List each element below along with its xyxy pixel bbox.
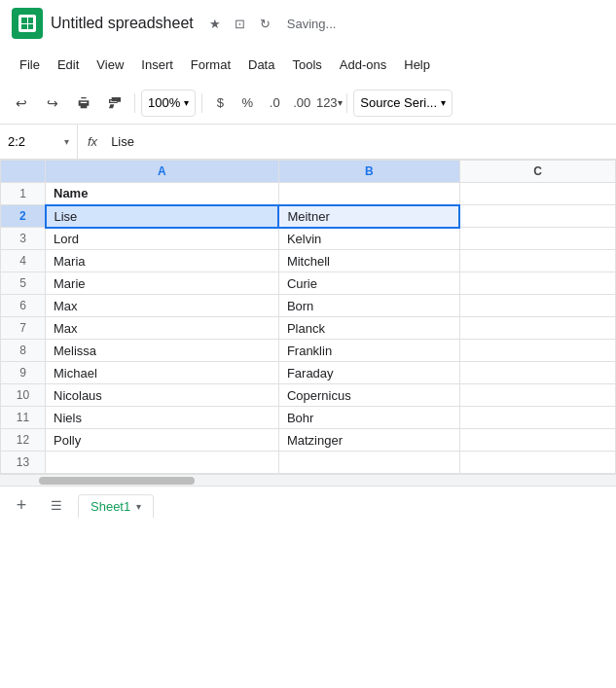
cell-b-4[interactable]: Mitchell [278,250,459,272]
cell-b-11[interactable]: Bohr [278,407,459,429]
cell-b-9[interactable]: Faraday [278,362,459,384]
font-name: Source Seri... [360,95,437,110]
document-title[interactable]: Untitled spreadsheet [51,15,194,32]
cell-a-10[interactable]: Nicolaus [46,384,279,407]
menu-insert[interactable]: Insert [133,54,181,76]
cell-b-7[interactable]: Planck [278,317,459,340]
cell-ref-box[interactable]: 2:2 ▾ [0,125,78,159]
menu-data[interactable]: Data [240,54,282,76]
menu-help[interactable]: Help [396,54,438,76]
cell-c-10[interactable] [459,384,615,407]
table-row: 4MariaMitchell [1,250,616,272]
cell-a-3[interactable]: Lord [46,228,279,250]
cell-b-5[interactable]: Curie [278,272,459,295]
undo-button[interactable]: ↩ [8,90,35,117]
cell-c-3[interactable] [459,228,615,250]
app-icon [12,8,43,39]
corner-cell [1,161,46,183]
cell-b-10[interactable]: Copernicus [278,384,459,407]
table-row: 9MichaelFaraday [1,362,616,384]
separator-3 [346,93,347,113]
refresh-icon[interactable]: ↻ [256,14,275,33]
scroll-thumb[interactable] [39,477,195,485]
table-row: 1Name [1,183,616,205]
cell-c-1[interactable] [459,183,615,205]
cell-b-2[interactable]: Meitner [278,205,459,228]
cell-c-12[interactable] [459,429,615,452]
cell-b-13[interactable] [278,452,459,474]
menu-tools[interactable]: Tools [284,54,329,76]
menu-edit[interactable]: Edit [50,54,87,76]
table-row: 6MaxBorn [1,295,616,317]
cell-a-4[interactable]: Maria [46,250,279,272]
row-number: 3 [1,228,46,250]
decimal00-button[interactable]: .00 [290,90,313,117]
percent-button[interactable]: % [236,90,259,117]
column-header-row: A B C [1,161,616,183]
cell-a-12[interactable]: Polly [46,429,279,452]
toolbar: ↩ ↪ 100% ▾ $ % .0 .00 123 ▾ Source Seri.… [0,82,616,125]
spreadsheet-container: A B C 1Name2LiseMeitner3LordKelvin4Maria… [0,160,616,486]
col-header-c[interactable]: C [459,161,615,183]
screen-icon[interactable]: ⊡ [231,14,250,33]
fx-label: fx [78,134,107,149]
table-row: 2LiseMeitner [1,205,616,228]
menu-addons[interactable]: Add-ons [332,54,394,76]
cell-a-8[interactable]: Melissa [46,340,279,362]
sheet1-tab[interactable]: Sheet1 ▾ [78,494,154,518]
horizontal-scrollbar[interactable] [0,474,616,486]
menu-format[interactable]: Format [183,54,238,76]
cell-a-2[interactable]: Lise [46,205,279,228]
cell-c-4[interactable] [459,250,615,272]
star-icon[interactable]: ★ [205,14,225,33]
cell-b-1[interactable] [278,183,459,205]
more-formats-button[interactable]: 123 ▾ [317,90,341,117]
cell-c-11[interactable] [459,407,615,429]
row-number: 9 [1,362,46,384]
bottom-bar: + ☰ Sheet1 ▾ [0,486,616,525]
cell-c-2[interactable] [459,205,615,228]
cell-c-13[interactable] [459,452,615,474]
cell-a-11[interactable]: Niels [46,407,279,429]
add-sheet-button[interactable]: + [8,492,35,520]
col-header-b[interactable]: B [278,161,459,183]
zoom-selector[interactable]: 100% ▾ [141,90,196,117]
cell-b-6[interactable]: Born [278,295,459,317]
menu-file[interactable]: File [12,54,48,76]
col-header-a[interactable]: A [46,161,279,183]
cell-a-1[interactable]: Name [46,183,279,205]
dollar-button[interactable]: $ [208,90,232,117]
cell-b-12[interactable]: Matzinger [278,429,459,452]
sheet-list-button[interactable]: ☰ [43,492,70,520]
paint-format-button[interactable] [101,90,128,117]
cell-c-8[interactable] [459,340,615,362]
font-arrow: ▾ [441,97,446,108]
sheet-grid[interactable]: A B C 1Name2LiseMeitner3LordKelvin4Maria… [0,160,616,474]
cell-a-13[interactable] [46,452,279,474]
zoom-arrow: ▾ [184,97,189,108]
cell-b-3[interactable]: Kelvin [278,228,459,250]
zoom-level: 100% [148,95,180,110]
formula-input[interactable]: Lise [107,134,616,149]
decimal0-button[interactable]: .0 [263,90,286,117]
cell-c-9[interactable] [459,362,615,384]
cell-a-5[interactable]: Marie [46,272,279,295]
title-bar: Untitled spreadsheet ★ ⊡ ↻ Saving... [0,0,616,47]
cell-c-7[interactable] [459,317,615,340]
print-button[interactable] [70,90,97,117]
font-selector[interactable]: Source Seri... ▾ [353,90,453,117]
table-row: 10NicolausCopernicus [1,384,616,407]
cell-a-7[interactable]: Max [46,317,279,340]
menu-view[interactable]: View [89,54,131,76]
menu-bar: File Edit View Insert Format Data Tools … [0,47,616,82]
row-number: 12 [1,429,46,452]
saving-status: Saving... [287,17,337,31]
cell-c-5[interactable] [459,272,615,295]
redo-button[interactable]: ↪ [39,90,66,117]
more-formats-label: 123 [316,95,338,110]
cell-c-6[interactable] [459,295,615,317]
cell-a-9[interactable]: Michael [46,362,279,384]
cell-a-6[interactable]: Max [46,295,279,317]
row-number: 4 [1,250,46,272]
cell-b-8[interactable]: Franklin [278,340,459,362]
